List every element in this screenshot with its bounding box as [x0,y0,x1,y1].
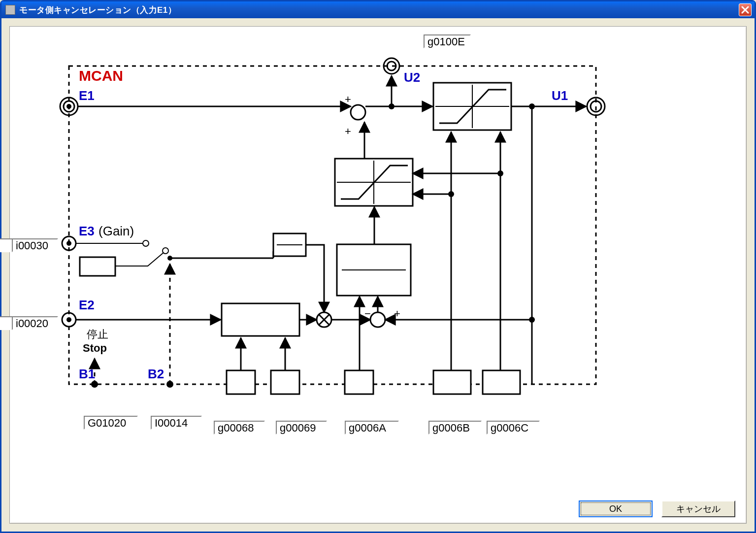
close-button[interactable] [739,3,752,16]
svg-point-5 [66,241,71,246]
svg-rect-0 [69,66,596,384]
svg-rect-24 [222,303,299,336]
svg-rect-59 [271,370,299,394]
field-g01020[interactable]: G01020 [84,416,138,430]
field-i00020[interactable]: i00020 [12,316,58,330]
svg-rect-60 [345,370,373,394]
svg-point-31 [529,317,535,323]
svg-point-16 [143,240,149,246]
svg-rect-14 [80,257,115,276]
app-icon [5,5,15,15]
field-i00014[interactable]: I00014 [151,416,202,430]
field-i00030[interactable]: i00030 [12,238,58,252]
titlebar: モータ側キャンセレーション（入力E1） [1,1,755,18]
close-icon [741,6,749,14]
field-g0100E[interactable]: g0100E [424,34,471,48]
diagram-svg [20,51,660,460]
block-diagram: MCAN E1 E3 (Gain) E2 B1 B2 U2 U1 停止 Stop… [20,51,660,460]
client-area: g0100E MCAN E1 E3 (Gain) E2 B1 B2 U2 U1 … [9,26,747,524]
field-g00068[interactable]: g00068 [214,421,265,434]
cancel-button[interactable]: キャンセル [661,500,735,517]
svg-point-30 [370,312,385,327]
svg-point-42 [351,105,365,120]
field-g0006B[interactable]: g0006B [428,421,482,434]
svg-rect-58 [227,370,255,394]
svg-point-53 [497,170,503,176]
dialog-window: モータ側キャンセレーション（入力E1） g0100E MCAN E1 E3 (G… [0,0,756,533]
dialog-button-row: OK キャンセル [579,500,735,517]
svg-point-55 [529,103,535,109]
window-title: モータ側キャンセレーション（入力E1） [19,4,735,16]
svg-point-17 [163,248,168,254]
svg-point-52 [448,191,454,197]
field-g0006A[interactable]: g0006A [345,421,399,434]
ok-button[interactable]: OK [579,500,653,517]
svg-point-3 [66,104,71,109]
svg-rect-62 [483,370,520,394]
svg-point-7 [66,317,71,322]
svg-rect-61 [433,370,471,394]
field-g00069[interactable]: g00069 [276,421,327,434]
field-g0006C[interactable]: g0006C [487,421,540,434]
